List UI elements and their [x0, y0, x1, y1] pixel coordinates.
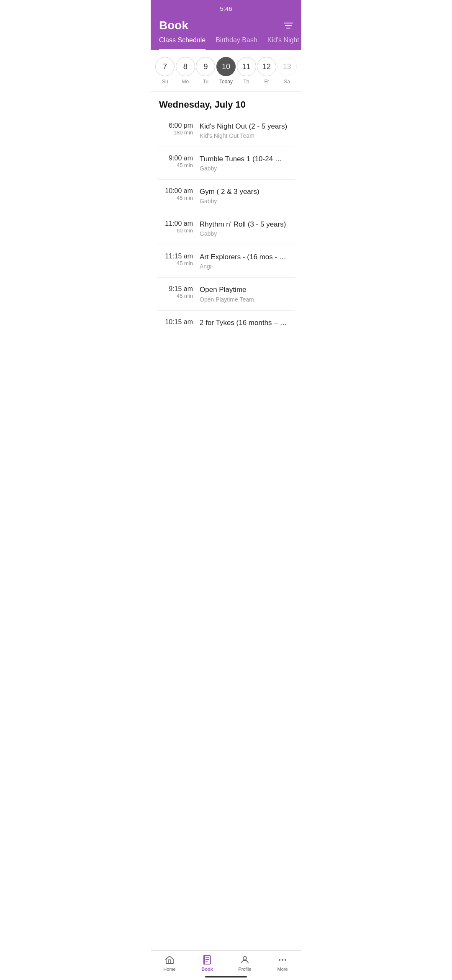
date-item-mon[interactable]: 8 Mo [176, 57, 195, 85]
time-text-1: 9:00 am [157, 155, 193, 162]
duration-text-4: 45 min [157, 260, 193, 266]
time-text-0: 6:00 pm [157, 122, 193, 129]
date-circle-9: 9 [196, 57, 215, 76]
duration-text-0: 180 min [157, 129, 193, 136]
day-label-thu: Th [244, 79, 249, 85]
time-text-3: 11:00 am [157, 220, 193, 227]
date-circle-12: 12 [257, 57, 276, 76]
tab-kids-night-out[interactable]: Kid's Night O [267, 36, 301, 50]
time-text-2: 10:00 am [157, 187, 193, 195]
schedule-item-0[interactable]: 6:00 pm 180 min Kid's Night Out (2 - 5 y… [157, 114, 295, 147]
class-info-3: Rhythm n' Roll (3 - 5 years) Gabby [200, 220, 295, 237]
status-time: 5:46 [220, 5, 232, 12]
time-text-4: 11:15 am [157, 253, 193, 260]
time-block-1: 9:00 am 45 min [157, 155, 193, 168]
date-item-fri[interactable]: 12 Fr [257, 57, 276, 85]
date-circle-7: 7 [155, 57, 175, 76]
time-block-5: 9:15 am 45 min [157, 285, 193, 299]
schedule-item-2[interactable]: 10:00 am 45 min Gym ( 2 & 3 years) Gabby [157, 180, 295, 212]
class-name-1: Tumble Tunes 1 (10-24 … [200, 155, 295, 164]
scroll-content: Wednesday, July 10 6:00 pm 180 min Kid's… [151, 92, 301, 374]
duration-text-1: 45 min [157, 162, 193, 168]
date-circle-8: 8 [176, 57, 195, 76]
day-heading: Wednesday, July 10 [151, 92, 301, 114]
date-circle-10: 10 [216, 57, 236, 76]
instructor-1: Gabby [200, 165, 295, 172]
date-circle-13: 13 [277, 57, 297, 76]
class-name-3: Rhythm n' Roll (3 - 5 years) [200, 220, 295, 229]
schedule-item-5[interactable]: 9:15 am 45 min Open Playtime Open Playti… [157, 278, 295, 310]
schedule-item-1[interactable]: 9:00 am 45 min Tumble Tunes 1 (10-24 … G… [157, 147, 295, 180]
tab-birthday-bash[interactable]: Birthday Bash [216, 36, 257, 50]
day-label-mon: Mo [182, 79, 189, 85]
class-info-1: Tumble Tunes 1 (10-24 … Gabby [200, 155, 295, 172]
date-item-thu[interactable]: 11 Th [237, 57, 256, 85]
instructor-5: Open Playtime Team [200, 296, 295, 303]
filter-line-1 [284, 23, 293, 23]
status-bar: 5:46 [151, 0, 301, 15]
filter-line-2 [285, 25, 292, 26]
header-title: Book [159, 19, 188, 32]
class-name-0: Kid's Night Out (2 - 5 years) [200, 122, 295, 131]
header: Book [151, 15, 301, 32]
schedule-item-4[interactable]: 11:15 am 45 min Art Explorers - (16 mos … [157, 245, 295, 278]
tab-class-schedule[interactable]: Class Schedule [159, 36, 205, 50]
time-text-5: 9:15 am [157, 285, 193, 293]
schedule-list: 6:00 pm 180 min Kid's Night Out (2 - 5 y… [151, 114, 301, 336]
time-block-6: 10:15 am [157, 318, 193, 326]
time-text-6: 10:15 am [157, 318, 193, 326]
date-item-tue[interactable]: 9 Tu [196, 57, 215, 85]
schedule-item-3[interactable]: 11:00 am 60 min Rhythm n' Roll (3 - 5 ye… [157, 212, 295, 245]
instructor-2: Gabby [200, 198, 295, 204]
day-label-tue: Tu [203, 79, 209, 85]
class-info-4: Art Explorers - (16 mos - … Angii [200, 253, 295, 270]
time-block-4: 11:15 am 45 min [157, 253, 193, 266]
class-name-5: Open Playtime [200, 285, 295, 294]
instructor-4: Angii [200, 263, 295, 270]
instructor-0: Kid's Night Out Team [200, 132, 295, 139]
class-name-4: Art Explorers - (16 mos - … [200, 253, 295, 262]
class-info-0: Kid's Night Out (2 - 5 years) Kid's Nigh… [200, 122, 295, 139]
date-item-today[interactable]: 10 Today [216, 57, 236, 85]
filter-icon[interactable] [284, 23, 293, 28]
day-label-sun: Su [162, 79, 168, 85]
day-label-today: Today [219, 79, 233, 85]
day-label-fri: Fr [264, 79, 269, 85]
schedule-item-6[interactable]: 10:15 am 2 for Tykes (16 months – … [157, 311, 295, 336]
tab-navigation: Class Schedule Birthday Bash Kid's Night… [151, 32, 301, 50]
instructor-3: Gabby [200, 230, 295, 237]
date-picker: 7 Su 8 Mo 9 Tu 10 Today 11 Th 12 Fr 13 [151, 50, 301, 92]
class-info-2: Gym ( 2 & 3 years) Gabby [200, 187, 295, 204]
time-block-3: 11:00 am 60 min [157, 220, 193, 234]
day-label-sat: Sa [284, 79, 290, 85]
time-block-2: 10:00 am 45 min [157, 187, 193, 201]
class-name-2: Gym ( 2 & 3 years) [200, 187, 295, 196]
duration-text-5: 45 min [157, 293, 193, 299]
filter-line-3 [286, 28, 290, 28]
time-block-0: 6:00 pm 180 min [157, 122, 193, 136]
date-circle-11: 11 [237, 57, 256, 76]
class-name-6: 2 for Tykes (16 months – … [200, 318, 295, 328]
duration-text-3: 60 min [157, 227, 193, 234]
duration-text-2: 45 min [157, 195, 193, 201]
class-info-6: 2 for Tykes (16 months – … [200, 318, 295, 329]
class-info-5: Open Playtime Open Playtime Team [200, 285, 295, 302]
date-item-sat[interactable]: 13 Sa [277, 57, 297, 85]
date-item-sun[interactable]: 7 Su [155, 57, 175, 85]
